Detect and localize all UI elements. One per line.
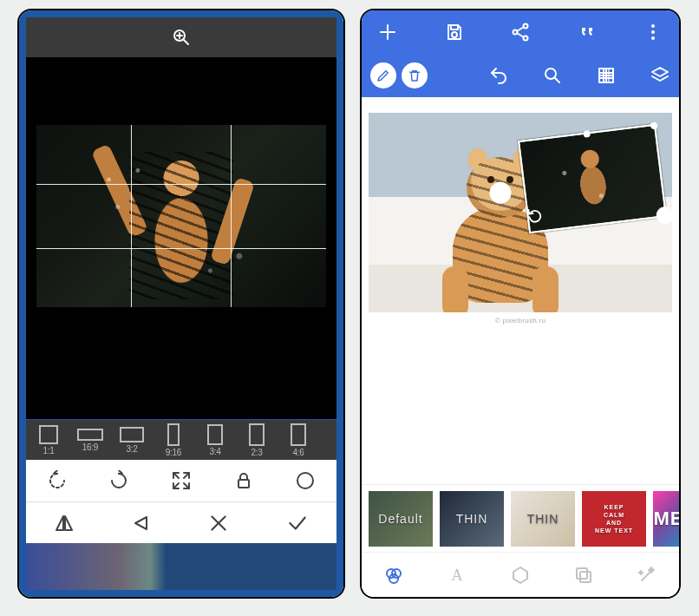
aspect-3-4[interactable]: 3:4 bbox=[198, 424, 232, 456]
more-vert-icon[interactable] bbox=[643, 22, 663, 43]
circle-outline-icon[interactable] bbox=[295, 470, 316, 491]
svg-line-23 bbox=[517, 33, 524, 37]
aspect-4-6[interactable]: 4:6 bbox=[281, 423, 316, 457]
background-thumbs-dimmed bbox=[26, 543, 336, 590]
crop-image bbox=[36, 125, 326, 307]
image-watermark: © pixelbrush.ru bbox=[362, 317, 679, 324]
secondary-toolbar bbox=[362, 54, 679, 97]
flip-horizontal-icon[interactable] bbox=[54, 513, 75, 534]
magnify-icon[interactable] bbox=[171, 27, 192, 48]
svg-marker-36 bbox=[652, 68, 668, 76]
undo-icon[interactable] bbox=[488, 65, 509, 86]
svg-point-25 bbox=[651, 30, 655, 34]
style-thumb-0[interactable]: Default bbox=[369, 491, 433, 547]
delete-button[interactable] bbox=[402, 62, 428, 88]
aspect-16-9[interactable]: 16:9 bbox=[73, 429, 108, 452]
filters-tab-icon[interactable] bbox=[383, 565, 404, 586]
svg-marker-12 bbox=[135, 517, 147, 529]
zoom-icon[interactable] bbox=[542, 65, 563, 86]
crop-grid[interactable] bbox=[36, 125, 326, 307]
style-thumb-1[interactable]: THIN bbox=[440, 491, 504, 547]
aspect-1-1[interactable]: 1:1 bbox=[31, 425, 66, 455]
crop-canvas[interactable] bbox=[26, 57, 336, 419]
svg-marker-11 bbox=[65, 516, 72, 530]
svg-text:A: A bbox=[451, 567, 462, 584]
layers-icon[interactable] bbox=[650, 65, 670, 86]
svg-point-26 bbox=[651, 36, 655, 40]
aspect-2-3[interactable]: 2:3 bbox=[239, 423, 274, 457]
main-image bbox=[369, 113, 672, 312]
svg-marker-10 bbox=[56, 516, 63, 530]
svg-point-9 bbox=[297, 473, 313, 488]
text-tab-icon[interactable]: A bbox=[447, 565, 467, 586]
svg-point-18 bbox=[452, 32, 457, 37]
grid-icon[interactable] bbox=[596, 65, 617, 86]
style-thumbnails: DefaultTHINTHINKEEP CALM AND NEW TEXTME bbox=[362, 484, 679, 552]
svg-line-1 bbox=[184, 40, 188, 44]
style-thumb-3[interactable]: KEEP CALM AND NEW TEXT bbox=[582, 491, 646, 547]
stack-tab-icon[interactable] bbox=[573, 565, 594, 586]
editor-canvas[interactable]: © pixelbrush.ru bbox=[362, 97, 679, 484]
rotate-ccw-icon[interactable] bbox=[47, 470, 68, 491]
add-icon[interactable] bbox=[377, 22, 398, 43]
aspect-3-2[interactable]: 3:2 bbox=[114, 427, 149, 454]
rotate-cw-icon[interactable] bbox=[108, 470, 129, 491]
lock-icon[interactable] bbox=[233, 470, 254, 491]
crop-editor-screen: 1:116:93:29:163:42:34:6 bbox=[17, 9, 345, 599]
bottom-tabbar: A bbox=[362, 552, 679, 597]
svg-line-22 bbox=[517, 27, 524, 31]
draw-button[interactable] bbox=[370, 62, 396, 88]
cancel-icon[interactable] bbox=[207, 512, 230, 534]
shape-tab-icon[interactable] bbox=[510, 565, 531, 586]
svg-point-24 bbox=[651, 24, 655, 28]
svg-rect-8 bbox=[238, 480, 249, 488]
svg-point-27 bbox=[545, 69, 556, 79]
overlay-layer[interactable] bbox=[518, 124, 667, 234]
back-icon[interactable] bbox=[131, 513, 152, 534]
svg-point-39 bbox=[389, 574, 398, 583]
crop-tool-row bbox=[26, 460, 336, 501]
save-icon[interactable] bbox=[444, 22, 465, 43]
overlay-handle-br[interactable] bbox=[656, 206, 672, 225]
crop-topbar bbox=[26, 17, 336, 57]
magic-tab-icon[interactable] bbox=[637, 565, 657, 586]
svg-rect-42 bbox=[580, 572, 591, 582]
style-thumb-4[interactable]: ME bbox=[653, 491, 679, 547]
overlay-handle-tr[interactable] bbox=[650, 121, 658, 129]
svg-rect-17 bbox=[451, 25, 458, 29]
svg-line-28 bbox=[555, 78, 559, 82]
svg-marker-41 bbox=[513, 567, 527, 583]
aspect-ratio-row: 1:116:93:29:163:42:34:6 bbox=[26, 420, 336, 460]
crop-action-row bbox=[26, 501, 336, 543]
style-thumb-2[interactable]: THIN bbox=[511, 491, 575, 547]
expand-icon[interactable] bbox=[171, 470, 192, 491]
share-icon[interactable] bbox=[510, 22, 531, 43]
svg-rect-43 bbox=[577, 568, 587, 579]
editor-main-screen: © pixelbrush.ru DefaultTHINTHINKEEP CALM… bbox=[360, 9, 681, 599]
aspect-9-16[interactable]: 9:16 bbox=[156, 423, 191, 457]
main-toolbar bbox=[362, 10, 679, 54]
quote-icon[interactable] bbox=[577, 22, 598, 43]
rotate-handle-icon[interactable] bbox=[525, 206, 546, 227]
confirm-icon[interactable] bbox=[286, 512, 309, 534]
